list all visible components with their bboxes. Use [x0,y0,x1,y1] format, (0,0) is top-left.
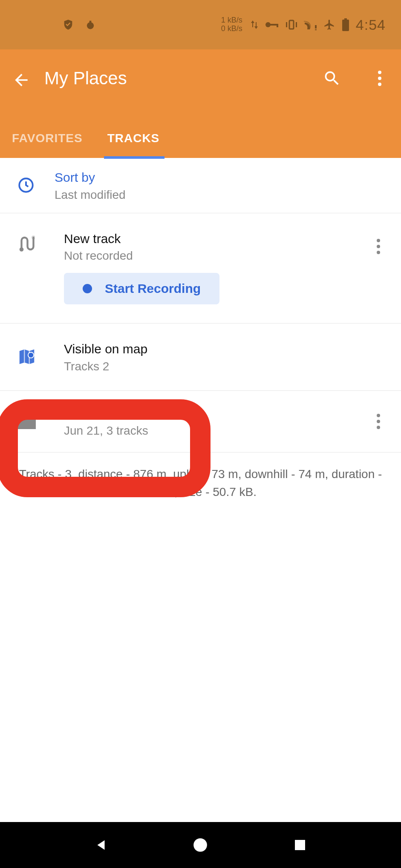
svg-rect-8 [315,25,317,29]
clock-time: 4:54 [356,17,386,33]
clock-icon [17,176,35,194]
nav-recent-button[interactable] [291,836,309,854]
folder-rec-row[interactable]: Rec Jun 21, 3 tracks [0,391,401,453]
wifi-alert-icon [304,19,317,30]
route-icon [17,235,35,252]
arrows-updown-icon [250,19,259,31]
search-button[interactable] [323,69,341,88]
folder-menu-button[interactable] [368,414,389,429]
page-title: My Places [44,68,306,89]
tab-tracks[interactable]: TRACKS [107,120,173,158]
svg-rect-1 [89,21,92,23]
overflow-menu-button[interactable] [370,69,389,88]
lantern-icon [84,19,96,31]
svg-rect-9 [315,29,317,30]
svg-point-14 [32,236,35,238]
svg-rect-17 [295,840,305,850]
svg-point-15 [28,352,34,358]
tab-favorites[interactable]: FAVORITES [12,120,95,158]
network-speed: 1 kB/s 0 kB/s [221,16,242,33]
vpn-key-icon [265,20,279,29]
nav-back-button[interactable] [92,836,110,854]
status-bar: 1 kB/s 0 kB/s 4:54 [0,0,401,49]
svg-rect-4 [277,24,278,27]
tab-bar: FAVORITES TRACKS [0,107,401,158]
svg-rect-11 [342,20,349,31]
svg-rect-5 [289,20,294,29]
record-dot-icon [83,284,92,293]
sort-label: Sort by [55,169,389,186]
battery-icon [341,18,350,31]
svg-rect-7 [296,22,297,27]
sort-by-row[interactable]: Sort by Last modified [0,158,401,213]
visible-title: Visible on map [64,341,389,358]
app-bar: My Places [0,49,401,107]
new-track-title: New track [64,230,368,248]
new-track-menu-button[interactable] [368,230,389,254]
start-recording-label: Start Recording [105,281,201,296]
svg-rect-10 [344,18,347,20]
new-track-row: New track Not recorded Start Recording [0,213,401,324]
folder-subtitle: Jun 21, 3 tracks [64,424,368,438]
nav-home-button[interactable] [191,836,210,854]
back-button[interactable] [12,71,27,86]
sort-value: Last modified [55,188,389,202]
start-recording-button[interactable]: Start Recording [64,273,219,304]
visible-subtitle: Tracks 2 [64,360,389,373]
svg-rect-6 [286,22,287,27]
folder-icon [17,414,36,429]
svg-point-13 [20,248,23,250]
visible-on-map-row[interactable]: Visible on map Tracks 2 [0,324,401,391]
vibrate-icon [285,20,298,30]
svg-point-0 [87,22,94,29]
map-icon [17,347,37,367]
svg-point-16 [194,838,208,852]
shield-check-icon [62,19,74,31]
folder-title: Rec [64,405,368,423]
new-track-subtitle: Not recorded [64,249,368,263]
system-nav-bar [0,822,401,868]
airplane-icon [323,19,335,31]
tracks-summary: Tracks - 3, distance - 876 m, uphill - 7… [0,453,401,514]
